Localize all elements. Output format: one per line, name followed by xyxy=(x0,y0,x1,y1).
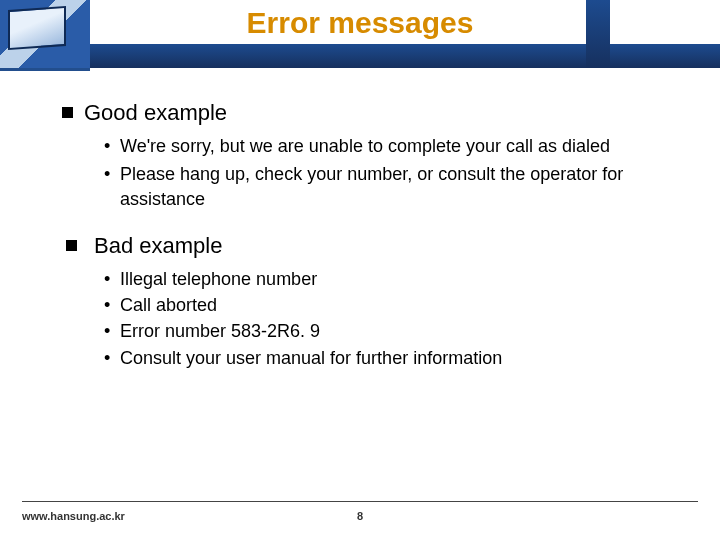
bad-example-list: Illegal telephone number Call aborted Er… xyxy=(62,267,680,370)
list-item: Illegal telephone number xyxy=(104,267,680,291)
section-heading-bad-label: Bad example xyxy=(94,233,222,258)
section-heading-good: Good example xyxy=(62,100,680,126)
list-item: Error number 583-2R6. 9 xyxy=(104,319,680,343)
slide-title: Error messages xyxy=(0,6,720,40)
square-bullet-icon xyxy=(62,107,73,118)
slide-body: Good example We're sorry, but we are una… xyxy=(62,100,680,392)
list-item: Call aborted xyxy=(104,293,680,317)
page-number: 8 xyxy=(0,510,720,522)
good-example-list: We're sorry, but we are unable to comple… xyxy=(62,134,680,211)
header-stripe xyxy=(90,44,720,68)
square-bullet-icon xyxy=(66,240,77,251)
slide: Error messages Good example We're sorry,… xyxy=(0,0,720,540)
list-item: We're sorry, but we are unable to comple… xyxy=(104,134,680,158)
section-heading-good-label: Good example xyxy=(84,100,227,125)
list-item: Consult your user manual for further inf… xyxy=(104,346,680,370)
section-heading-bad: Bad example xyxy=(62,233,680,259)
footer-divider xyxy=(22,501,698,502)
list-item: Please hang up, check your number, or co… xyxy=(104,162,680,211)
